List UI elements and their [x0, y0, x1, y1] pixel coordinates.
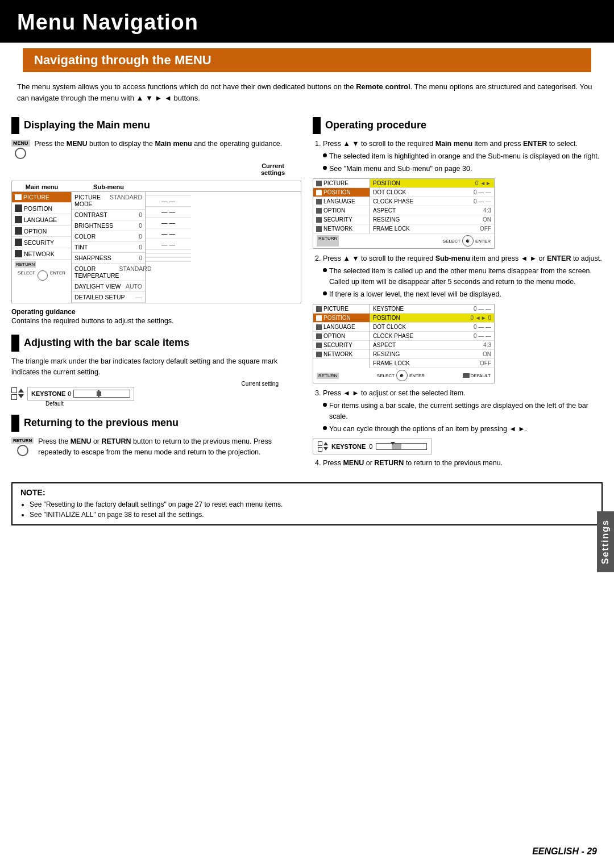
sub-item-color-temp: COLOR TEMPERATURESTANDARD	[72, 264, 145, 281]
step2-bullet1: The selected item is called up and the o…	[323, 266, 603, 287]
adjusting-text: The triangle mark under the bar indicate…	[11, 356, 301, 378]
mini-main-security: SECURITY	[313, 215, 370, 224]
op-guidance-text: Contains the required buttons to adjust …	[11, 316, 301, 327]
return-label-1: RETURN	[317, 235, 339, 247]
default-ctrl: DEFAULT	[463, 373, 491, 378]
sub-item-sharpness: SHARPNESS0	[72, 253, 145, 264]
tri-up-s	[323, 442, 328, 445]
sub-item-tint: TINT0	[72, 242, 145, 253]
page-title: Menu Navigation	[17, 10, 597, 35]
mini-ctrl-2: RETURN SELECT ⊕ ENTER DEFAULT	[313, 368, 494, 383]
mini-sub-position: POSITION 0 ◄►	[370, 179, 494, 188]
return-row: RETURN Press the MENU or RETURN button t…	[11, 436, 301, 461]
mini2-main-option: OPTION	[313, 332, 370, 341]
keystone-value: 0	[68, 390, 71, 397]
ks-bar-track-small	[376, 443, 427, 450]
default-sq	[463, 373, 470, 378]
curr-item-9	[146, 258, 191, 262]
keystone-bar-track	[73, 390, 130, 398]
black-bar-return-icon	[11, 415, 19, 432]
two-col-layout: Displaying the Main menu MENU Press the …	[11, 109, 603, 473]
step2-bullet2: If there is a lower level, the next leve…	[323, 289, 603, 300]
icon-sq-1	[11, 387, 17, 393]
curr-item-2: — —	[146, 196, 191, 207]
mini2-sub-resizing: RESIZING ON	[370, 350, 494, 359]
mini2-net-icon	[316, 352, 322, 357]
mini2-main-network: NETWORK	[313, 350, 370, 359]
displaying-text: Press the MENU button to display the Mai…	[35, 139, 283, 149]
mini2-sub-keystone: KEYSTONE 0 — —	[370, 304, 494, 314]
mini-menu-1: PICTURE POSITION LANGUAGE OPTION	[313, 178, 495, 249]
current-settings-label: Current settings	[250, 162, 296, 176]
curr-item-5: — —	[146, 228, 191, 239]
mini-net-icon	[316, 226, 322, 232]
operating-heading: Operating procedure	[325, 119, 426, 132]
black-bar-adjust-icon	[11, 335, 19, 352]
intro-text: The menu system allows you to access fun…	[17, 81, 597, 103]
curr-values-list: — — — — — — — — — —	[146, 192, 191, 303]
mini-sub-framelock: FRAME LOCK OFF	[370, 224, 494, 233]
position-icon	[15, 205, 22, 212]
sub-item-daylight: DAYLIGHT VIEWAUTO	[72, 281, 145, 292]
bullet-dot-4	[323, 291, 327, 295]
main-item-position: POSITION	[12, 203, 71, 214]
bar-square-marker	[97, 391, 101, 396]
section-heading: Navigating through the MENU	[23, 48, 591, 72]
mini2-main-picture: PICTURE	[313, 304, 370, 314]
mini2-opt-icon	[316, 333, 322, 339]
picture-icon	[15, 194, 22, 200]
menu-icon-label: MENU	[11, 140, 30, 147]
bar-row: KEYSTONE 0	[11, 387, 134, 400]
bar-icons-small	[318, 441, 328, 452]
mini2-main-language: LANGUAGE	[313, 323, 370, 332]
bullet-dot-1	[323, 153, 327, 157]
page: Menu Navigation Navigating through the M…	[0, 0, 614, 868]
mini-menu-1-body: PICTURE POSITION LANGUAGE OPTION	[313, 179, 494, 233]
curr-item-8	[146, 254, 191, 258]
mini-lang-icon	[316, 199, 322, 205]
ks-value-small: 0	[369, 443, 372, 450]
mini-sub-resizing: RESIZING ON	[370, 215, 494, 224]
step3-bullet2: You can cycle through the options of an …	[323, 424, 603, 435]
mini-main-position: POSITION	[313, 188, 370, 197]
bullet-dot-3	[323, 268, 327, 272]
col-sub-label: Sub-menu	[72, 183, 146, 190]
bar-icons	[11, 387, 24, 400]
mini-main-picture: PICTURE	[313, 179, 370, 188]
note-box: NOTE: See "Resetting to the factory defa…	[11, 482, 603, 525]
mini-pos-icon	[316, 190, 322, 195]
mini-sec-icon	[316, 217, 322, 223]
settings-tab: Settings	[597, 511, 614, 572]
adjusting-heading-row: Adjusting with the bar scale items	[11, 335, 301, 352]
mini-sub-aspect: ASPECT 4:3	[370, 206, 494, 215]
mini-menu-2: PICTURE POSITION LANGUAGE OPTION	[313, 304, 495, 383]
mini-opt-icon	[316, 208, 322, 214]
main-item-language: LANGUAGE	[12, 214, 71, 226]
curr-item-4: — —	[146, 218, 191, 228]
mini2-main-position: POSITION	[313, 314, 370, 323]
bullet-dot-5	[323, 403, 327, 407]
tri-down-icon	[18, 394, 24, 398]
icon-sq-s2	[318, 447, 322, 452]
op-guidance-heading: Operating guidance	[11, 308, 301, 316]
returning-heading-row: Returning to the previous menu	[11, 415, 301, 432]
icon-sq-s1	[318, 441, 322, 446]
bar-scale-diagram: Current setting	[11, 381, 301, 407]
main-item-picture: PICTURE	[12, 192, 71, 203]
mini2-pic-icon	[316, 306, 322, 312]
menu-diagram: Current settings Main menu Sub-menu PICT…	[11, 162, 301, 303]
menu-diagram-header: Main menu Sub-menu	[12, 181, 301, 192]
curr-item-3: — —	[146, 207, 191, 218]
operating-heading-row: Operating procedure	[313, 117, 603, 134]
mini2-sub-aspect: ASPECT 4:3	[370, 341, 494, 350]
returning-section: Returning to the previous menu RETURN Pr…	[11, 415, 301, 461]
displaying-heading: Displaying the Main menu	[24, 119, 150, 132]
keystone-bar-widget: KEYSTONE 0	[27, 387, 134, 400]
adjusting-heading: Adjusting with the bar scale items	[24, 337, 189, 349]
ctrl-group-1: SELECT ⊕ ENTER	[443, 235, 491, 247]
return-label: RETURN	[15, 261, 36, 268]
mini2-pos-icon	[316, 315, 322, 321]
menu-diagram-body: PICTURE POSITION LANGUAGE	[12, 192, 301, 303]
step-2-list: Press ▲ ▼ to scroll to the required Sub-…	[313, 253, 603, 299]
mini-menu-2-body: PICTURE POSITION LANGUAGE OPTION	[313, 304, 494, 368]
